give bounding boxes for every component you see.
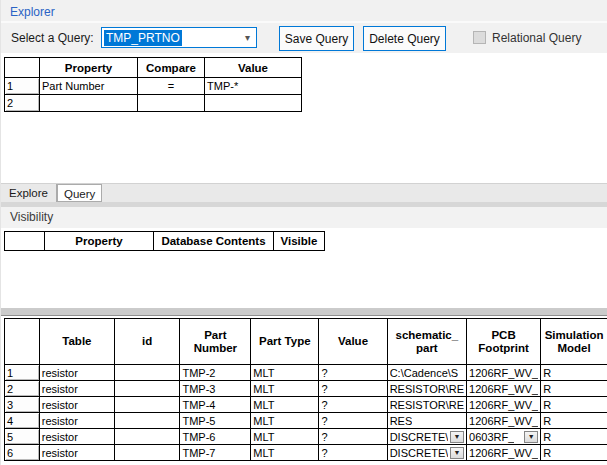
cell-id[interactable] [115, 397, 180, 413]
cell-id[interactable] [115, 413, 180, 429]
visibility-column-header: Property [45, 232, 154, 251]
cell-value[interactable]: ? [319, 429, 387, 445]
visibility-column-header: Database Contents [154, 232, 274, 251]
row-number-cell[interactable]: 6 [5, 445, 40, 461]
cell-schematic-part[interactable]: RES [387, 413, 466, 429]
combobox-arrow-icon[interactable]: ▼ [450, 431, 464, 443]
cell-id[interactable] [115, 429, 180, 445]
row-number-cell[interactable]: 1 [5, 78, 40, 95]
result-row: 6resistorTMP-7MLT?DISCRETE\▼1206RF_WV_R [5, 445, 607, 461]
cell-part-type[interactable]: MLT [251, 397, 319, 413]
cell-part-number[interactable]: TMP-7 [180, 445, 251, 461]
explorer-panel: Explorer Select a Query: TMP_PRTNO ▾ Sav… [0, 0, 607, 465]
cell-pcb-footprint[interactable]: 1206RF_WV_ [467, 365, 541, 381]
row-number-cell[interactable]: 2 [5, 381, 40, 397]
pane-tab-bar: Explore Query [1, 183, 607, 202]
cell-table[interactable]: resistor [39, 365, 114, 381]
query-select-combobox[interactable]: TMP_PRTNO ▾ [101, 27, 257, 48]
cell-schematic-part-text: RESISTOR\RE [390, 399, 464, 411]
cell-property[interactable] [40, 95, 138, 112]
cell-simulation-model[interactable]: R [541, 429, 607, 445]
combobox-arrow-icon[interactable]: ▼ [450, 447, 464, 459]
row-number-cell[interactable]: 5 [5, 429, 40, 445]
cell-schematic-part-content: RES [390, 415, 464, 427]
cell-pcb-footprint[interactable]: 1206RF_WV_ [467, 381, 541, 397]
cell-simulation-model[interactable]: R [541, 381, 607, 397]
cell-part-type[interactable]: MLT [251, 365, 319, 381]
tab-explore[interactable]: Explore [1, 184, 57, 202]
cell-simulation-model[interactable]: R [541, 365, 607, 381]
results-column-header: id [115, 319, 180, 365]
cell-pcb-footprint[interactable]: 1206RF_WV_ [467, 413, 541, 429]
visibility-table-area: PropertyDatabase ContentsVisible [1, 228, 607, 308]
cell-table[interactable]: resistor [39, 397, 114, 413]
cell-id[interactable] [115, 365, 180, 381]
query-table: PropertyCompareValue 1Part Number=TMP-*2 [4, 57, 302, 112]
cell-value[interactable]: ? [319, 413, 387, 429]
cell-schematic-part[interactable]: RESISTOR\RE [387, 397, 466, 413]
cell-part-type[interactable]: MLT [251, 413, 319, 429]
cell-compare[interactable] [138, 95, 205, 112]
cell-value[interactable]: ? [319, 445, 387, 461]
cell-id[interactable] [115, 445, 180, 461]
cell-value[interactable] [205, 95, 302, 112]
cell-part-type[interactable]: MLT [251, 381, 319, 397]
cell-part-type[interactable]: MLT [251, 445, 319, 461]
cell-schematic-part[interactable]: DISCRETE\▼ [387, 445, 466, 461]
results-column-header: Simulation Model [541, 319, 607, 365]
cell-table[interactable]: resistor [39, 445, 114, 461]
cell-property[interactable]: Part Number [40, 78, 138, 95]
cell-pcb-footprint-text: 1206RF_WV_ [469, 383, 538, 395]
row-number-cell[interactable]: 2 [5, 95, 40, 112]
cell-part-number[interactable]: TMP-6 [180, 429, 251, 445]
row-number-cell[interactable]: 4 [5, 413, 40, 429]
cell-pcb-footprint-text: 1206RF_WV_ [469, 367, 538, 379]
splitter-divider[interactable] [1, 308, 607, 316]
cell-compare[interactable]: = [138, 78, 205, 95]
tab-query[interactable]: Query [57, 184, 102, 202]
cell-pcb-footprint-content: 1206RF_WV_ [469, 399, 538, 411]
cell-pcb-footprint-content: 1206RF_WV_ [469, 367, 538, 379]
cell-part-number[interactable]: TMP-3 [180, 381, 251, 397]
visibility-corner-header [5, 232, 45, 251]
cell-table[interactable]: resistor [39, 429, 114, 445]
cell-schematic-part[interactable]: RESISTOR\RE [387, 381, 466, 397]
cell-value[interactable]: ? [319, 365, 387, 381]
results-table-header-row: TableidPart NumberPart TypeValueschemati… [5, 319, 607, 365]
chevron-down-icon[interactable]: ▾ [245, 31, 250, 44]
query-select-value: TMP_PRTNO [104, 30, 182, 46]
cell-part-number[interactable]: TMP-5 [180, 413, 251, 429]
cell-schematic-part-content: DISCRETE\▼ [390, 431, 464, 443]
query-column-header: Property [40, 58, 138, 78]
cell-value[interactable]: TMP-* [205, 78, 302, 95]
cell-schematic-part-text: DISCRETE\ [390, 431, 449, 443]
cell-simulation-model[interactable]: R [541, 397, 607, 413]
cell-pcb-footprint[interactable]: 0603RF_▼ [467, 429, 541, 445]
cell-part-number[interactable]: TMP-4 [180, 397, 251, 413]
cell-id[interactable] [115, 381, 180, 397]
cell-part-number[interactable]: TMP-2 [180, 365, 251, 381]
visibility-title: Visibility [10, 210, 53, 224]
cell-pcb-footprint[interactable]: 1206RF_WV_ [467, 445, 541, 461]
row-number-cell[interactable]: 1 [5, 365, 40, 381]
delete-query-button[interactable]: Delete Query [363, 26, 446, 51]
cell-pcb-footprint[interactable]: 1206RF_WV_ [467, 397, 541, 413]
cell-table[interactable]: resistor [39, 413, 114, 429]
title-separator [1, 21, 607, 23]
save-query-button[interactable]: Save Query [279, 26, 354, 51]
cell-value[interactable]: ? [319, 381, 387, 397]
cell-table[interactable]: resistor [39, 381, 114, 397]
cell-pcb-footprint-text: 1206RF_WV_ [469, 447, 538, 459]
cell-schematic-part-content: DISCRETE\▼ [390, 447, 464, 459]
query-results-area: TableidPart NumberPart TypeValueschemati… [1, 316, 607, 465]
cell-simulation-model[interactable]: R [541, 445, 607, 461]
relational-query-checkbox[interactable] [473, 31, 486, 44]
row-number-cell[interactable]: 3 [5, 397, 40, 413]
cell-value[interactable]: ? [319, 397, 387, 413]
cell-simulation-model[interactable]: R [541, 413, 607, 429]
query-column-header: Compare [138, 58, 205, 78]
combobox-arrow-icon[interactable]: ▼ [524, 431, 538, 443]
cell-schematic-part[interactable]: C:\Cadence\S [387, 365, 466, 381]
cell-schematic-part[interactable]: DISCRETE\▼ [387, 429, 466, 445]
cell-part-type[interactable]: MLT [251, 429, 319, 445]
